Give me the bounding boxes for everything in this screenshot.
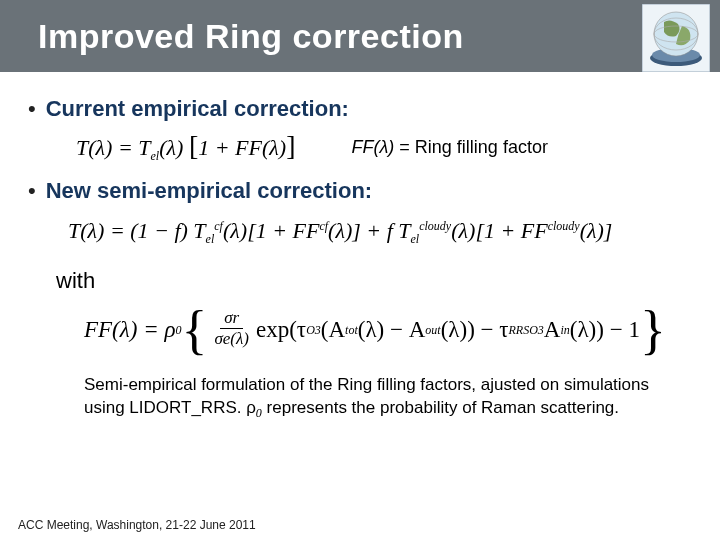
globe-dish-icon bbox=[642, 4, 710, 72]
equation-1-row: T(λ) = Tel(λ) [1 + FF(λ)] FF(λ) = Ring f… bbox=[76, 130, 692, 164]
equation-2: T(λ) = (1 − f) Telcf(λ)[1 + FFcf(λ)] + f… bbox=[68, 218, 692, 247]
bullet-dot-icon: • bbox=[28, 180, 36, 202]
equation-ff: FF(λ) = ρ0 { σr σe(λ) exp(τO3(Atot(λ) − … bbox=[84, 306, 692, 355]
slide-body: • Current empirical correction: T(λ) = T… bbox=[0, 72, 720, 422]
slide-header: Improved Ring correction bbox=[0, 0, 720, 72]
equation-1: T(λ) = Tel(λ) [1 + FF(λ)] bbox=[76, 130, 295, 164]
bullet-2-text: New semi-empirical correction: bbox=[46, 178, 372, 204]
slide-title: Improved Ring correction bbox=[38, 17, 464, 56]
bullet-1: • Current empirical correction: bbox=[28, 96, 692, 122]
with-label: with bbox=[56, 268, 692, 294]
footer-text: ACC Meeting, Washington, 21-22 June 2011 bbox=[18, 518, 256, 532]
bullet-dot-icon: • bbox=[28, 98, 36, 120]
bullet-2: • New semi-empirical correction: bbox=[28, 178, 692, 204]
explanation-paragraph: Semi-empirical formulation of the Ring f… bbox=[84, 374, 664, 422]
bullet-1-text: Current empirical correction: bbox=[46, 96, 349, 122]
ff-definition: FF(λ) = Ring filling factor bbox=[351, 137, 547, 158]
